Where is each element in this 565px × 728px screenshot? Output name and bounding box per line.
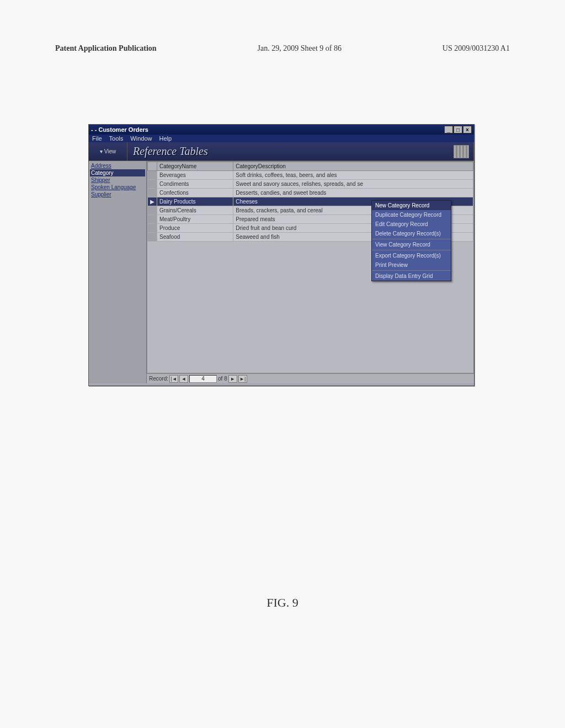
menu-delete-record[interactable]: Delete Category Record(s): [372, 229, 451, 238]
menu-window[interactable]: Window: [130, 135, 152, 142]
menu-help[interactable]: Help: [159, 135, 172, 142]
view-icon: ▾: [100, 148, 103, 154]
cell-desc[interactable]: Sweet and savory sauces, relishes, sprea…: [233, 180, 473, 189]
cell-name[interactable]: Seafood: [157, 233, 233, 242]
record-label: Record:: [149, 376, 168, 382]
nav-next-button[interactable]: ►: [228, 375, 237, 383]
table-row[interactable]: Beverages Soft drinks, coffees, teas, be…: [148, 171, 473, 180]
banner-title: Reference Tables: [127, 142, 452, 160]
data-grid[interactable]: CategoryName CategoryDescription Beverag…: [147, 161, 474, 373]
close-button[interactable]: ×: [463, 126, 472, 133]
sidebar-item-category[interactable]: Category: [90, 169, 145, 176]
sidebar-item-address[interactable]: Address: [90, 162, 145, 169]
page-header: Patent Application Publication Jan. 29, …: [55, 44, 510, 53]
menu-print-preview[interactable]: Print Preview: [372, 260, 451, 270]
nav-first-button[interactable]: |◄: [169, 375, 178, 383]
app-window: - - Customer Orders _ □ × File Tools Win…: [88, 124, 475, 386]
record-navigator: Record: |◄ ◄ 4 of 8 ► ►|: [147, 373, 474, 383]
context-menu: New Category Record Duplicate Category R…: [371, 200, 451, 281]
sidebar: Address Category Shipper Spoken Language…: [89, 161, 147, 383]
nav-current-field[interactable]: 4: [189, 375, 217, 383]
cell-name[interactable]: Meat/Poultry: [157, 215, 233, 224]
sidebar-item-spoken-language[interactable]: Spoken Language: [90, 184, 145, 191]
menu-file[interactable]: File: [92, 135, 102, 142]
menu-duplicate-record[interactable]: Duplicate Category Record: [372, 210, 451, 220]
table-row[interactable]: Condiments Sweet and savory sauces, reli…: [148, 180, 473, 189]
col-category-desc[interactable]: CategoryDescription: [233, 162, 473, 171]
grid-icon-button[interactable]: [452, 142, 474, 160]
main-pane: CategoryName CategoryDescription Beverag…: [147, 161, 474, 383]
row-handle[interactable]: [148, 180, 157, 189]
row-handle[interactable]: ▶: [148, 197, 157, 206]
menu-separator: [372, 270, 451, 271]
cell-name[interactable]: Dairy Products: [157, 197, 233, 206]
toolbar: ▾ View Reference Tables: [89, 142, 474, 161]
menu-export-record[interactable]: Export Category Record(s): [372, 251, 451, 260]
sidebar-item-supplier[interactable]: Supplier: [90, 191, 145, 198]
view-button[interactable]: ▾ View: [89, 142, 127, 160]
row-handle[interactable]: [148, 189, 157, 197]
cell-desc[interactable]: Soft drinks, coffees, teas, beers, and a…: [233, 171, 473, 180]
minimize-button[interactable]: _: [444, 126, 453, 133]
sidebar-item-shipper[interactable]: Shipper: [90, 176, 145, 184]
patent-number: US 2009/0031230 A1: [443, 44, 510, 53]
row-handle-header: [148, 162, 157, 171]
titlebar-controls: _ □ ×: [444, 126, 472, 133]
cell-name[interactable]: Produce: [157, 224, 233, 233]
cell-name[interactable]: Confections: [157, 189, 233, 197]
nav-last-button[interactable]: ►|: [238, 375, 247, 383]
cell-name[interactable]: Beverages: [157, 171, 233, 180]
titlebar[interactable]: - - Customer Orders _ □ ×: [89, 125, 474, 135]
window-title: - - Customer Orders: [91, 125, 148, 135]
nav-of-label: of 8: [218, 376, 227, 382]
maximize-button[interactable]: □: [454, 126, 462, 133]
row-handle[interactable]: [148, 224, 157, 233]
menu-new-record[interactable]: New Category Record: [372, 201, 451, 210]
row-handle[interactable]: [148, 171, 157, 180]
table-row[interactable]: Confections Desserts, candies, and sweet…: [148, 189, 473, 197]
row-handle[interactable]: [148, 206, 157, 215]
sheet-label: Jan. 29, 2009 Sheet 9 of 86: [258, 44, 342, 53]
cell-name[interactable]: Grains/Cereals: [157, 206, 233, 215]
menu-separator: [372, 239, 451, 239]
col-category-name[interactable]: CategoryName: [157, 162, 233, 171]
menu-separator: [372, 250, 451, 250]
menubar: File Tools Window Help: [89, 135, 474, 142]
menu-display-grid[interactable]: Display Data Entry Grid: [372, 271, 451, 281]
cell-desc[interactable]: Desserts, candies, and sweet breads: [233, 189, 473, 197]
row-handle[interactable]: [148, 233, 157, 242]
menu-tools[interactable]: Tools: [109, 135, 124, 142]
view-label: View: [104, 148, 116, 154]
content-area: Address Category Shipper Spoken Language…: [89, 161, 474, 383]
figure-label: FIG. 9: [0, 596, 565, 610]
grid-icon: [454, 145, 469, 158]
row-handle[interactable]: [148, 215, 157, 224]
menu-view-record[interactable]: View Category Record: [372, 240, 451, 249]
cell-name[interactable]: Condiments: [157, 180, 233, 189]
nav-prev-button[interactable]: ◄: [179, 375, 188, 383]
pub-label: Patent Application Publication: [55, 44, 157, 53]
menu-edit-record[interactable]: Edit Category Record: [372, 220, 451, 229]
